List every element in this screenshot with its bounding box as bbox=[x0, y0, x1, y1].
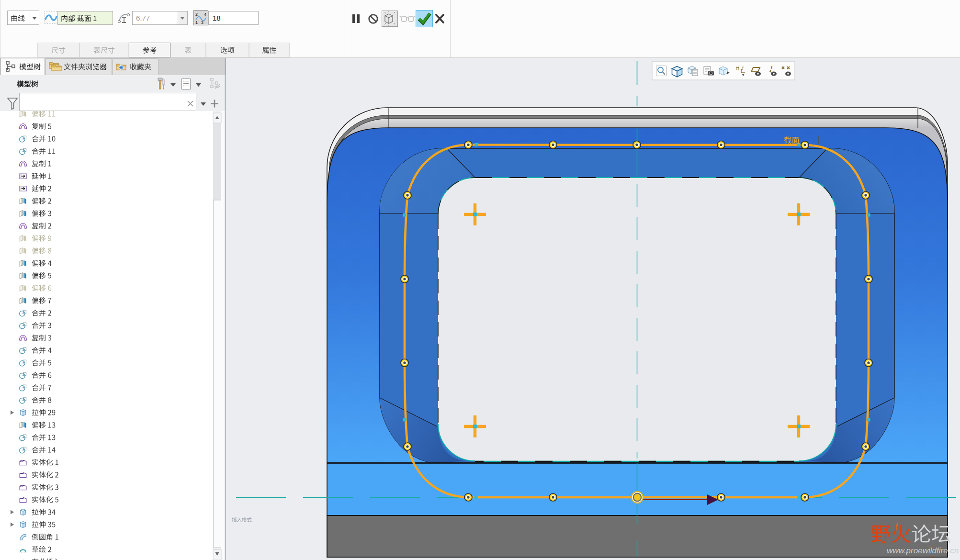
svg-text:6.77: 6.77 bbox=[136, 14, 150, 22]
svg-text:18: 18 bbox=[213, 14, 221, 22]
svg-text:www.proewildfire.cn: www.proewildfire.cn bbox=[887, 546, 959, 555]
svg-text:2: 2 bbox=[195, 12, 198, 17]
svg-text:1: 1 bbox=[195, 20, 198, 25]
svg-text:4: 4 bbox=[204, 12, 206, 17]
